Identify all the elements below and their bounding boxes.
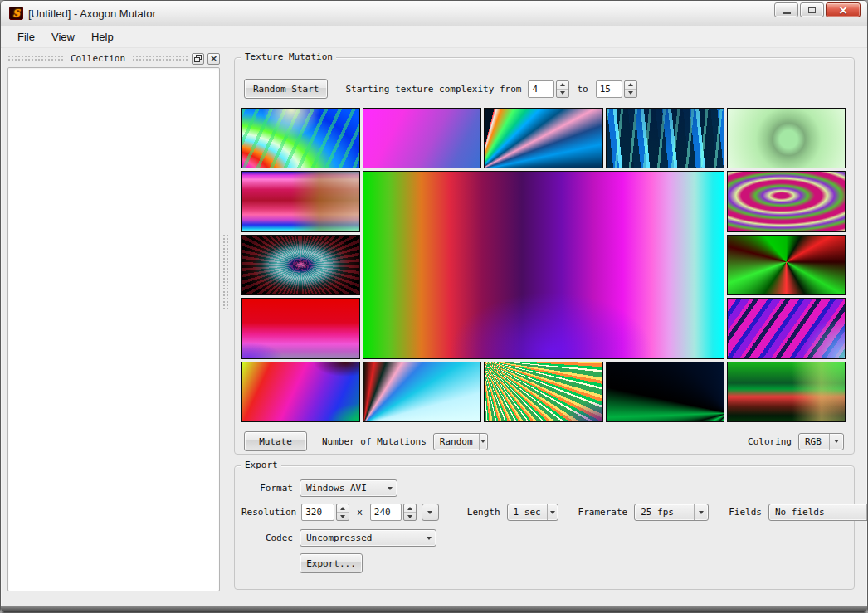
texture-tile-center[interactable] bbox=[363, 171, 724, 358]
codec-select[interactable]: Uncompressed bbox=[300, 529, 436, 547]
titlebar[interactable]: S [Untitled] - Axogon Mutator × bbox=[1, 1, 867, 26]
spin-down-button[interactable] bbox=[625, 89, 636, 97]
length-select[interactable]: 1 sec bbox=[507, 504, 558, 521]
texture-tile-5[interactable] bbox=[727, 108, 846, 168]
close-icon: × bbox=[210, 54, 217, 63]
texture-tile-12[interactable] bbox=[241, 362, 360, 422]
texture-tile-10[interactable] bbox=[727, 235, 846, 295]
fields-value: No fields bbox=[769, 504, 866, 520]
complexity-from-input[interactable] bbox=[528, 80, 554, 98]
window-title: [Untitled] - Axogon Mutator bbox=[28, 7, 156, 20]
spin-down-button[interactable] bbox=[404, 512, 416, 520]
chevron-down-icon bbox=[547, 504, 558, 520]
framerate-select[interactable]: 25 fps bbox=[634, 504, 709, 521]
resolution-preset-button[interactable] bbox=[422, 504, 439, 521]
fields-select[interactable]: No fields bbox=[768, 504, 868, 521]
resolution-width-input[interactable] bbox=[301, 504, 334, 521]
format-label: Format bbox=[241, 483, 293, 494]
arrow-down-icon bbox=[834, 440, 839, 443]
menu-view[interactable]: View bbox=[43, 27, 83, 46]
texture-tile-4[interactable] bbox=[606, 108, 724, 168]
complexity-to-input[interactable] bbox=[596, 80, 622, 98]
menu-help[interactable]: Help bbox=[83, 27, 122, 46]
codec-label: Codec bbox=[241, 533, 293, 543]
spin-up-button[interactable] bbox=[625, 81, 636, 89]
fields-label: Fields bbox=[729, 507, 762, 518]
mutations-select[interactable]: Random bbox=[433, 433, 488, 450]
menu-file[interactable]: File bbox=[9, 27, 43, 46]
format-value: Windows AVI bbox=[300, 480, 383, 496]
mutations-label: Number of Mutations bbox=[322, 436, 427, 447]
arrow-up-icon bbox=[560, 83, 565, 86]
gripper-texture-left bbox=[7, 55, 64, 62]
texture-tile-8[interactable] bbox=[241, 298, 360, 358]
texture-tile-15[interactable] bbox=[606, 362, 724, 422]
minimize-icon bbox=[783, 12, 791, 14]
arrow-up-icon bbox=[628, 83, 633, 86]
coloring-label: Coloring bbox=[748, 436, 792, 447]
arrow-down-icon bbox=[340, 515, 345, 518]
mutations-value: Random bbox=[434, 434, 479, 450]
maximize-button[interactable] bbox=[800, 2, 824, 17]
resolution-label: Resolution bbox=[241, 507, 296, 518]
close-button[interactable]: × bbox=[826, 2, 861, 17]
length-value: 1 sec bbox=[508, 504, 547, 520]
export-group: Export Format Windows AVI Resolution x L… bbox=[234, 465, 855, 590]
arrow-up-icon bbox=[340, 507, 345, 510]
window-frame-bottom bbox=[1, 606, 867, 612]
texture-tile-6[interactable] bbox=[241, 171, 360, 231]
texture-tile-3[interactable] bbox=[484, 108, 602, 168]
spin-down-button[interactable] bbox=[337, 512, 349, 520]
resolution-height-spinner bbox=[403, 504, 417, 521]
chevron-down-icon bbox=[694, 504, 708, 520]
texture-tile-9[interactable] bbox=[727, 171, 846, 231]
mutate-button[interactable]: Mutate bbox=[244, 431, 307, 451]
spin-down-button[interactable] bbox=[557, 89, 568, 97]
chevron-down-icon bbox=[422, 530, 436, 546]
collection-panel-header[interactable]: Collection × bbox=[7, 51, 220, 66]
minimize-button[interactable] bbox=[774, 2, 798, 17]
random-start-button[interactable]: Random Start bbox=[244, 79, 328, 99]
codec-value: Uncompressed bbox=[300, 530, 422, 546]
chevron-down-icon bbox=[383, 480, 397, 496]
complexity-to-spinner bbox=[624, 80, 637, 98]
spin-up-button[interactable] bbox=[337, 504, 349, 512]
spin-up-button[interactable] bbox=[404, 504, 416, 512]
texture-tile-11[interactable] bbox=[727, 298, 846, 358]
close-icon: × bbox=[838, 4, 848, 16]
panel-splitter[interactable] bbox=[222, 234, 229, 309]
format-select[interactable]: Windows AVI bbox=[300, 479, 397, 497]
length-label: Length bbox=[467, 507, 500, 518]
app-logo-icon: S bbox=[9, 7, 23, 20]
panel-close-button[interactable]: × bbox=[207, 53, 220, 65]
resolution-height-input[interactable] bbox=[370, 504, 402, 521]
complexity-label: Starting texture complexity from bbox=[345, 84, 521, 95]
collection-panel-title: Collection bbox=[67, 53, 129, 64]
complexity-from-spinner bbox=[556, 80, 569, 98]
coloring-select[interactable]: RGB bbox=[798, 433, 844, 450]
coloring-value: RGB bbox=[799, 434, 829, 450]
texture-tile-14[interactable] bbox=[484, 362, 602, 422]
framerate-value: 25 fps bbox=[635, 504, 694, 520]
panel-float-button[interactable] bbox=[192, 53, 204, 65]
collection-list[interactable] bbox=[7, 67, 220, 591]
arrow-down-icon bbox=[427, 511, 432, 514]
arrow-down-icon bbox=[699, 511, 704, 514]
texture-tile-16[interactable] bbox=[727, 362, 846, 422]
texture-tile-13[interactable] bbox=[363, 362, 481, 422]
resolution-x-label: x bbox=[357, 507, 363, 518]
texture-tile-7[interactable] bbox=[241, 235, 360, 295]
chevron-down-icon bbox=[829, 434, 843, 450]
arrow-up-icon bbox=[407, 507, 412, 510]
export-button[interactable]: Export... bbox=[300, 553, 363, 573]
texture-grid bbox=[241, 108, 846, 422]
spin-up-button[interactable] bbox=[557, 81, 568, 89]
menubar: File View Help bbox=[1, 26, 867, 48]
arrow-down-icon bbox=[388, 487, 393, 490]
gripper-texture-right bbox=[132, 55, 188, 62]
export-group-title: Export bbox=[241, 460, 281, 470]
texture-tile-2[interactable] bbox=[363, 108, 481, 168]
arrow-down-icon bbox=[407, 515, 412, 518]
texture-tile-1[interactable] bbox=[241, 108, 360, 168]
arrow-down-icon bbox=[480, 440, 485, 443]
